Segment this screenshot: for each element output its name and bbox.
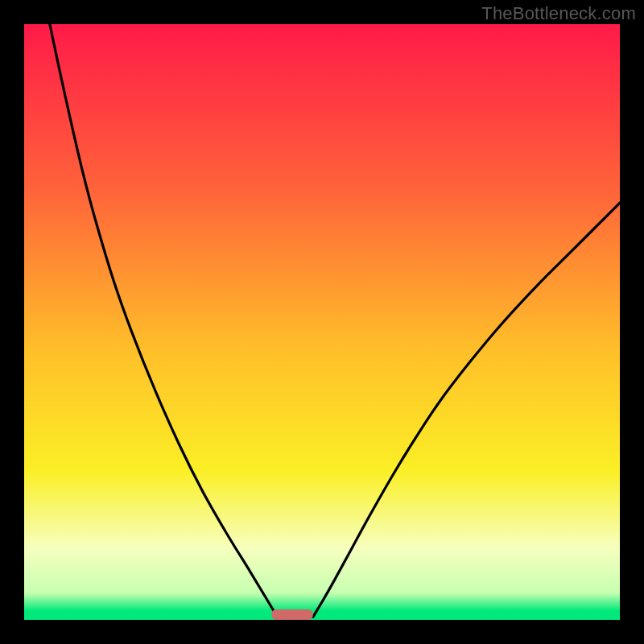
watermark-text: TheBottleneck.com (481, 3, 636, 24)
curve-layer (24, 24, 620, 620)
chart-frame: TheBottleneck.com (0, 0, 644, 644)
right-branch-curve (313, 203, 620, 617)
target-marker (271, 609, 313, 620)
left-branch-curve (50, 24, 278, 617)
plot-area (24, 24, 620, 620)
